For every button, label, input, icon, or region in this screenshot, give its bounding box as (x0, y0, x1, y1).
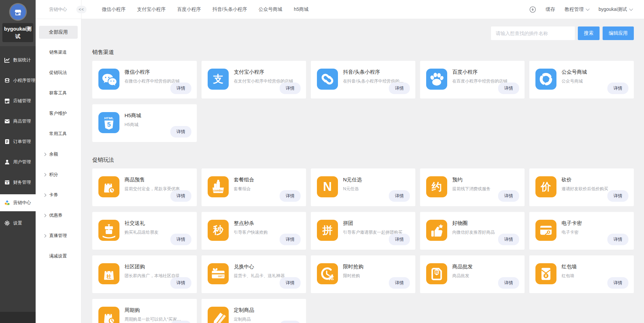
sidebar-item-label: 数据统计 (13, 57, 31, 63)
combo-basket-icon: combo (208, 176, 229, 197)
sidebar-item-stats[interactable]: 数据统计 (0, 52, 36, 69)
secondary-sidebar: 营销中心 << 全部应用销售渠道促销玩法获客工具客户维护常用工具余额积分卡券优惠… (36, 0, 81, 323)
svg-text:HTML: HTML (104, 116, 114, 120)
gift-card-icon: GIFT (208, 263, 229, 284)
wechat-icon (98, 69, 119, 90)
sidebar-item-goods[interactable]: 商品管理 (0, 113, 36, 130)
submenu-item-6[interactable]: 余额 (36, 144, 81, 164)
detail-button[interactable]: 详情 (170, 126, 191, 138)
store-logo-icon (10, 4, 26, 20)
submenu-item-11[interactable]: 满减设置 (36, 246, 81, 266)
section-1: 促销玩法商品预售提前交付定金，尾款享受优惠详情combo套餐组合套餐组合详情NN… (92, 157, 634, 323)
tab-1[interactable]: 支付宝小程序 (137, 6, 166, 13)
detail-button[interactable]: 详情 (607, 83, 628, 94)
sidebar-item-label: 订单管理 (13, 139, 31, 145)
card-description: 套餐组合 (234, 186, 254, 192)
chevron-down-icon (629, 7, 633, 11)
card-title: 定制商品 (234, 307, 254, 313)
app-card: GIFT兑换中心提货卡、礼品卡、送礼神器详情 (202, 255, 306, 293)
detail-button[interactable]: 详情 (170, 321, 191, 323)
detail-button[interactable]: 详情 (170, 83, 191, 94)
cycle-buy-bag-icon (98, 307, 119, 323)
submenu-item-2[interactable]: 促销玩法 (36, 62, 81, 83)
app-card: 公众号商城公众号商城详情 (529, 61, 634, 98)
submenu-item-3[interactable]: 获客工具 (36, 83, 81, 103)
tab-3[interactable]: 抖音/头条小程序 (212, 6, 247, 13)
tab-0[interactable]: 微信小程序 (102, 6, 126, 13)
detail-button[interactable]: 详情 (498, 234, 519, 245)
detail-button[interactable]: 详情 (389, 190, 410, 202)
app-card: 百度小程序在百度小程序中经营你的店铺详情 (420, 61, 525, 98)
detail-button[interactable]: 详情 (389, 83, 410, 94)
tutorial-menu-label: 教程管理 (565, 6, 584, 13)
chevron-right-icon (43, 193, 46, 197)
primary-nav: 数据统计小程序管理店铺管理商品管理订单管理用户管理¥财务管理营销中心设置 (0, 52, 36, 232)
edit-apps-button[interactable]: 编辑应用 (603, 26, 634, 40)
tab-5[interactable]: h5商城 (294, 6, 309, 13)
account-menu[interactable]: bygoukai测试 (599, 6, 632, 13)
detail-button[interactable]: 详情 (498, 190, 519, 202)
app-card: NN元任选N元任选详情 (311, 168, 415, 206)
detail-button[interactable]: 详情 (607, 234, 628, 245)
app-card: 抖音/头条小程序在抖音/头条小程序中经营你的…详情 (311, 61, 415, 98)
chevron-right-icon (43, 173, 46, 176)
submenu-item-8[interactable]: 卡券 (36, 185, 81, 205)
detail-button[interactable]: 详情 (170, 190, 191, 202)
plugin-search-input[interactable] (491, 26, 575, 40)
app-card: 定制商品定制商品详情 (202, 299, 306, 323)
detail-button[interactable]: 详情 (389, 277, 410, 289)
submenu-item-10[interactable]: 直播管理 (36, 226, 81, 246)
detail-button[interactable]: 详情 (280, 277, 301, 289)
card-body: 好物圈向微信好友推荐好商品 (452, 220, 495, 242)
card-description: 引导客户快速抢购 (234, 230, 268, 235)
detail-button[interactable]: 详情 (280, 190, 301, 202)
sidebar-item-marketing[interactable]: 营销中心 (0, 194, 36, 211)
wholesale-icon: 批 (426, 263, 447, 284)
detail-button[interactable]: 详情 (280, 234, 301, 245)
thumb-star-icon (426, 220, 447, 241)
detail-button[interactable]: 详情 (389, 234, 410, 245)
marketing-icon (4, 200, 10, 206)
svg-text:¥: ¥ (545, 273, 547, 278)
submenu-item-5[interactable]: 常用工具 (36, 124, 81, 144)
sidebar-item-finance[interactable]: ¥财务管理 (0, 174, 36, 191)
detail-button[interactable]: 详情 (498, 277, 519, 289)
submenu-item-9[interactable]: 优惠券 (36, 205, 81, 226)
booking-icon: 约 (426, 176, 447, 197)
sidebar-item-orders[interactable]: 订单管理 (0, 133, 36, 150)
detail-button[interactable]: 详情 (498, 83, 519, 94)
detail-button[interactable]: 详情 (170, 234, 191, 245)
search-button[interactable]: 搜索 (578, 26, 600, 40)
submenu-item-all-apps[interactable]: 全部应用 (39, 26, 78, 39)
tab-4[interactable]: 公众号商城 (259, 6, 282, 13)
card-title: 支付宝小程序 (234, 69, 293, 75)
submenu-item-4[interactable]: 客户维护 (36, 103, 81, 124)
chevron-right-icon (43, 214, 46, 217)
detail-button[interactable]: 详情 (607, 277, 628, 289)
sidebar-item-users[interactable]: 用户管理 (0, 154, 36, 171)
submenu-item-label: 获客工具 (49, 90, 67, 96)
account-menu-label: bygoukai测试 (599, 6, 627, 13)
gear-icon (4, 220, 10, 226)
detail-button[interactable]: 详情 (607, 190, 628, 202)
app-sections: 销售渠道微信小程序在微信小程序中经营你的店铺详情支支付宝小程序在支付宝小程序中经… (81, 19, 644, 323)
tutorial-menu[interactable]: 教程管理 (565, 6, 589, 13)
detail-button[interactable]: 详情 (280, 321, 301, 323)
download-icon[interactable] (529, 6, 536, 13)
collapse-sidebar-button[interactable]: << (76, 6, 87, 13)
sidebar-item-miniapp[interactable]: 小程序管理 (0, 72, 36, 89)
bargain-icon: 价 (535, 176, 556, 197)
submenu-item-7[interactable]: 积分 (36, 164, 81, 185)
card-title: 电子卡密 (562, 220, 582, 227)
svg-text:GIFT: GIFT (218, 275, 224, 278)
tab-2[interactable]: 百度小程序 (177, 6, 201, 13)
card-title: 套餐组合 (234, 177, 254, 183)
sidebar-item-shop[interactable]: 店铺管理 (0, 92, 36, 109)
detail-button[interactable]: 详情 (170, 277, 191, 289)
detail-button[interactable]: 详情 (280, 83, 301, 94)
svg-text:社: 社 (106, 274, 112, 279)
sidebar-item-gear[interactable]: 设置 (0, 215, 36, 232)
card-description: 提前线下消费或服务 (452, 186, 491, 192)
cache-button[interactable]: 缓存 (546, 6, 555, 13)
submenu-item-1[interactable]: 销售渠道 (36, 42, 81, 62)
